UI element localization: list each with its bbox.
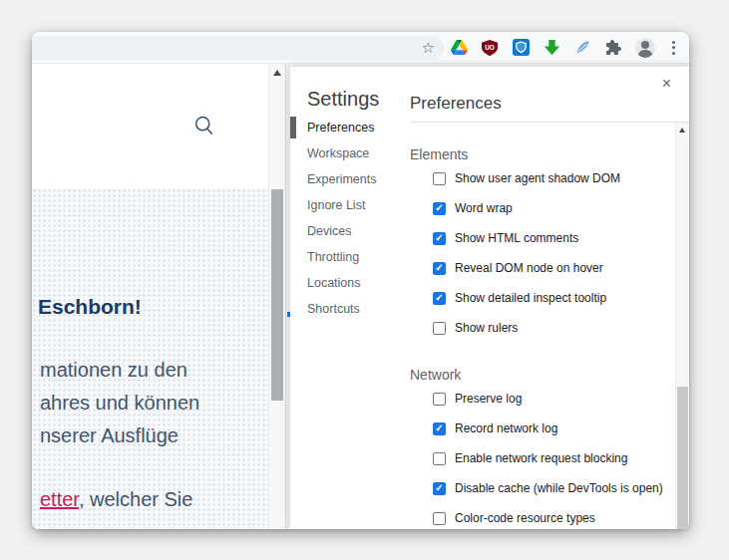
pane-content: Elements Show user agent shadow DOM Word… [410, 123, 675, 529]
option-label: Disable cache (while DevTools is open) [455, 481, 663, 495]
sidebar-item-label: Shortcuts [307, 302, 360, 316]
option-reveal-dom-node-on-hover[interactable]: Reveal DOM node on hover [410, 253, 675, 283]
checkbox[interactable] [433, 322, 446, 335]
option-label: Preserve log [455, 392, 522, 406]
option-label: Show user agent shadow DOM [455, 171, 620, 185]
blue-shield-icon[interactable] [512, 39, 530, 57]
option-show-detailed-inspect-tooltip[interactable]: Show detailed inspect tooltip [410, 283, 675, 313]
devtools-panel: × Settings Preferences Workspace Experim… [285, 64, 689, 529]
ublock-origin-icon[interactable]: UO [481, 39, 499, 57]
sidebar-item-ignore-list[interactable]: Ignore List [290, 192, 410, 218]
checkbox[interactable] [433, 172, 446, 185]
google-drive-icon[interactable] [450, 39, 468, 57]
download-arrow-icon[interactable] [543, 39, 560, 57]
address-bar[interactable]: ☆ [32, 36, 444, 60]
bookmark-star-icon[interactable]: ☆ [422, 38, 435, 58]
webpage: Eschborn! mationen zu den ahres und könn… [32, 64, 268, 529]
profile-avatar-icon[interactable] [635, 38, 655, 58]
page-scrollbar[interactable] [268, 64, 285, 529]
newsletter-link[interactable]: etter [40, 488, 79, 510]
sidebar-item-shortcuts[interactable]: Shortcuts [290, 296, 410, 322]
search-icon[interactable] [194, 116, 214, 140]
scroll-up-icon[interactable] [679, 128, 685, 133]
option-record-network-log[interactable]: Record network log [410, 414, 675, 443]
menu-kebab-icon[interactable] [668, 41, 679, 55]
preferences-scrollbar-thumb[interactable] [677, 387, 688, 529]
sidebar-item-workspace[interactable]: Workspace [290, 140, 410, 166]
option-show-user-agent-shadow-dom[interactable]: Show user agent shadow DOM [410, 163, 675, 193]
paragraph-line: nserer Ausflüge [40, 420, 199, 452]
sidebar-item-label: Workspace [307, 146, 369, 160]
option-show-html-comments[interactable]: Show HTML comments [410, 223, 675, 253]
checkbox[interactable] [433, 232, 446, 245]
page-paragraph: mationen zu den ahres und können nserer … [40, 354, 199, 452]
devtools-settings-dialog: × Settings Preferences Workspace Experim… [290, 67, 689, 529]
page-scrollbar-thumb[interactable] [271, 189, 283, 401]
paragraph-line: mationen zu den [40, 354, 199, 387]
sidebar-item-experiments[interactable]: Experiments [290, 166, 410, 192]
sidebar-item-label: Devices [307, 224, 351, 238]
option-show-rulers[interactable]: Show rulers [410, 313, 675, 343]
svg-text:UO: UO [485, 44, 495, 51]
browser-toolbar: ☆ UO [32, 32, 689, 64]
settings-sidebar: Preferences Workspace Experiments Ignore… [290, 115, 410, 529]
scroll-up-icon[interactable] [273, 70, 281, 76]
option-word-wrap[interactable]: Word wrap [410, 193, 675, 223]
sidebar-item-devices[interactable]: Devices [290, 218, 410, 244]
page-heading: Eschborn! [38, 295, 142, 319]
option-enable-network-request-blocking[interactable]: Enable network request blocking [410, 443, 675, 473]
settings-title: Settings [307, 88, 379, 111]
toolbar-icons: UO [450, 38, 679, 58]
option-label: Record network log [455, 421, 557, 435]
desktop-background: ☆ UO [0, 0, 729, 560]
option-preserve-log[interactable]: Preserve log [410, 384, 675, 414]
sidebar-item-throttling[interactable]: Throttling [290, 244, 410, 270]
option-disable-cache[interactable]: Disable cache (while DevTools is open) [410, 473, 675, 503]
checkbox[interactable] [433, 262, 446, 275]
preferences-scrollbar[interactable] [675, 123, 689, 529]
page-link-line: etter, welcher Sie [40, 488, 192, 511]
sidebar-item-label: Locations [307, 276, 361, 290]
checkbox[interactable] [433, 452, 446, 465]
sidebar-item-label: Preferences [307, 121, 374, 135]
option-label: Word wrap [455, 201, 513, 215]
sidebar-item-label: Experiments [307, 172, 376, 186]
section-title-elements: Elements [410, 145, 675, 163]
sidebar-item-locations[interactable]: Locations [290, 270, 410, 296]
sidebar-item-label: Ignore List [307, 198, 365, 212]
checkbox[interactable] [433, 422, 446, 435]
option-color-code-resource-types[interactable]: Color-code resource types [410, 503, 675, 529]
option-label: Show detailed inspect tooltip [455, 291, 606, 305]
section-title-network: Network [410, 366, 675, 384]
option-label: Show HTML comments [455, 231, 578, 245]
checkbox[interactable] [433, 393, 446, 406]
paragraph-line: ahres und können [40, 387, 199, 420]
checkbox[interactable] [433, 202, 446, 215]
option-label: Color-code resource types [455, 511, 595, 525]
checkbox[interactable] [433, 512, 446, 525]
sidebar-item-preferences[interactable]: Preferences [290, 115, 410, 140]
preferences-pane: Preferences Elements Show user agent sha… [410, 67, 689, 529]
option-label: Enable network request blocking [455, 451, 627, 465]
option-label: Show rulers [455, 321, 518, 335]
option-label: Reveal DOM node on hover [455, 261, 603, 275]
browser-window: ☆ UO [32, 32, 689, 529]
checkbox[interactable] [433, 292, 446, 305]
feather-quill-icon[interactable] [573, 39, 591, 57]
checkbox[interactable] [433, 482, 446, 495]
extensions-puzzle-icon[interactable] [604, 39, 622, 57]
link-line-rest: , welcher Sie [79, 488, 193, 510]
sidebar-item-label: Throttling [307, 250, 359, 264]
pane-title: Preferences [410, 94, 502, 114]
window-content: Eschborn! mationen zu den ahres und könn… [32, 64, 689, 529]
